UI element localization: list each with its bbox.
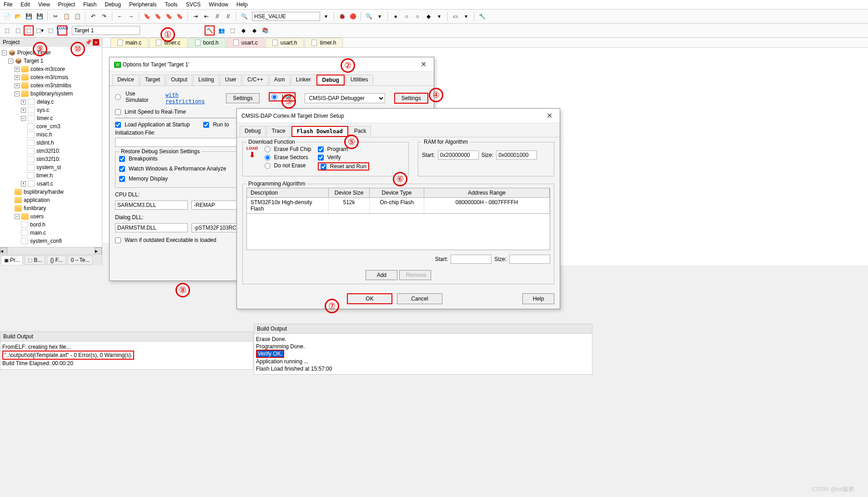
tree-item[interactable]: cotex-m3/cmsis bbox=[30, 74, 68, 80]
tab-asm[interactable]: Asm bbox=[269, 75, 290, 85]
menu-project[interactable]: Project bbox=[58, 1, 75, 8]
tree-item[interactable]: main.c bbox=[30, 230, 46, 236]
uncomment-icon[interactable]: // bbox=[223, 11, 233, 21]
load-app-check[interactable]: Load Application at Startup bbox=[115, 121, 190, 128]
dialog2-ok-button[interactable]: OK bbox=[347, 293, 392, 304]
stop-record-icon[interactable]: ○ bbox=[401, 11, 411, 21]
stop-build-icon[interactable]: ⬚ bbox=[45, 25, 55, 35]
tab2-flash-download[interactable]: Flash Download bbox=[291, 126, 348, 137]
btab-project[interactable]: ▣ Pr... bbox=[1, 256, 23, 265]
search-input[interactable] bbox=[252, 12, 320, 21]
debugger-select[interactable]: CMSIS-DAP Debugger bbox=[305, 93, 385, 103]
use-simulator-radio[interactable]: Use Simulator bbox=[115, 90, 156, 103]
undo-icon[interactable]: ↶ bbox=[88, 11, 98, 21]
project-tree[interactable]: −📦Project: Timer −📦Target 1 +cotex-m3/co… bbox=[0, 47, 102, 247]
comment-icon[interactable]: // bbox=[212, 11, 222, 21]
remove-button[interactable]: Remove bbox=[399, 270, 431, 280]
cpu-dll-input[interactable] bbox=[115, 201, 188, 210]
record-icon[interactable]: ● bbox=[391, 11, 401, 21]
add-button[interactable]: Add bbox=[366, 270, 397, 280]
save-icon[interactable]: 💾 bbox=[24, 11, 34, 21]
bookmark-icon[interactable]: 🔖 bbox=[142, 11, 152, 21]
indent-icon[interactable]: ⇥ bbox=[191, 11, 201, 21]
menu-edit[interactable]: Edit bbox=[20, 1, 30, 8]
search-dropdown-icon[interactable]: ▾ bbox=[321, 11, 331, 21]
options-icon[interactable]: 🔨 bbox=[205, 25, 215, 35]
reset-run-check[interactable]: Reset and Run bbox=[318, 162, 369, 171]
run-to-check[interactable]: Run to bbox=[203, 121, 229, 128]
tab2-trace[interactable]: Trace bbox=[266, 126, 290, 137]
step-over-icon[interactable]: ◆ bbox=[423, 11, 433, 21]
tree-scrollbar[interactable]: ◂▸ bbox=[0, 247, 102, 254]
manage-icon[interactable]: 👥 bbox=[216, 25, 226, 35]
ram-size-input[interactable] bbox=[496, 151, 537, 160]
tree-item[interactable]: stm32f10: bbox=[36, 148, 60, 154]
batch-build-icon[interactable]: ⬚▾ bbox=[35, 25, 45, 35]
tab-target[interactable]: Target bbox=[140, 75, 165, 85]
menu-debug[interactable]: Debug bbox=[105, 1, 121, 8]
settings-sim-button[interactable]: Settings bbox=[226, 93, 259, 103]
with-restrictions-link[interactable]: with restrictions bbox=[166, 92, 217, 105]
new-file-icon[interactable]: 📄 bbox=[2, 11, 12, 21]
window-dropdown-icon[interactable]: ▾ bbox=[461, 11, 471, 21]
tab-cpp[interactable]: C/C++ bbox=[242, 75, 268, 85]
dialog-dll-input[interactable] bbox=[115, 223, 188, 232]
cut-icon[interactable]: ✂ bbox=[50, 11, 60, 21]
tree-item[interactable]: cotex-m3/stmlibs bbox=[30, 82, 71, 89]
books-icon[interactable]: 📚 bbox=[260, 25, 270, 35]
menu-tools[interactable]: Tools bbox=[165, 1, 178, 8]
find-next-icon[interactable]: ▾ bbox=[375, 11, 385, 21]
find-icon[interactable]: 🔍 bbox=[364, 11, 374, 21]
tab-linker[interactable]: Linker bbox=[291, 75, 316, 85]
tab-debug[interactable]: Debug bbox=[316, 75, 344, 85]
tree-target[interactable]: Target 1 bbox=[24, 58, 43, 64]
tab-output[interactable]: Output bbox=[166, 75, 192, 85]
rebuild-icon[interactable]: ⬚ bbox=[24, 25, 34, 35]
tab-utilities[interactable]: Utilities bbox=[346, 75, 373, 85]
pack-icon[interactable]: ◆ bbox=[249, 25, 259, 35]
do-not-erase-radio[interactable]: Do not Erase bbox=[265, 162, 311, 169]
outdent-icon[interactable]: ⇤ bbox=[201, 11, 211, 21]
paste-icon[interactable]: 📋 bbox=[72, 11, 82, 21]
tree-item[interactable]: misc.h bbox=[36, 131, 52, 138]
tab-user[interactable]: User bbox=[220, 75, 241, 85]
find-in-files-icon[interactable]: 🔍 bbox=[239, 11, 249, 21]
tree-item[interactable]: cotex-m3/core bbox=[30, 66, 65, 72]
tab-main-c[interactable]: main.c bbox=[110, 38, 148, 47]
erase-full-radio[interactable]: Erase Full Chip bbox=[265, 146, 311, 152]
debug-icon[interactable]: 🐞 bbox=[337, 11, 347, 21]
settings-debugger-button[interactable]: Settings bbox=[394, 93, 428, 104]
tree-item[interactable]: bsplibrary/system bbox=[30, 90, 73, 97]
bookmark-prev-icon[interactable]: 🔖 bbox=[153, 11, 163, 21]
alg-start-input[interactable] bbox=[451, 255, 492, 264]
menu-svcs[interactable]: SVCS bbox=[186, 1, 201, 8]
nav-back-icon[interactable]: ← bbox=[115, 11, 125, 21]
step-out-icon[interactable]: ▾ bbox=[434, 11, 444, 21]
dialog2-close-icon[interactable]: ✕ bbox=[544, 111, 555, 120]
tree-item[interactable]: sys.c bbox=[37, 107, 49, 113]
config-icon[interactable]: 🔧 bbox=[477, 11, 487, 21]
tree-item[interactable]: system_st bbox=[36, 164, 61, 171]
btab-functions[interactable]: {} F... bbox=[47, 256, 65, 265]
tab-bord-h[interactable]: bord.h bbox=[188, 38, 226, 47]
open-icon[interactable]: 📂 bbox=[13, 11, 23, 21]
tab-device[interactable]: Device bbox=[112, 75, 139, 85]
tab-timer-h[interactable]: timer.h bbox=[305, 38, 343, 47]
tab-listing[interactable]: Listing bbox=[193, 75, 219, 85]
menu-flash[interactable]: Flash bbox=[83, 1, 96, 8]
tree-item[interactable]: funlibrary bbox=[24, 205, 46, 211]
tree-item[interactable]: system_confi bbox=[30, 238, 62, 244]
build-icon[interactable]: ⬚ bbox=[13, 25, 23, 35]
tree-item[interactable]: stm32f10: bbox=[36, 156, 60, 162]
save-all-icon[interactable]: 💾 bbox=[35, 11, 45, 21]
tree-item[interactable]: application bbox=[24, 197, 50, 203]
target-select[interactable] bbox=[72, 26, 140, 35]
bookmark-clear-icon[interactable]: 🔖 bbox=[175, 11, 185, 21]
btab-templates[interactable]: 0→Te... bbox=[68, 256, 93, 265]
tree-item[interactable]: bord.h bbox=[30, 221, 45, 228]
erase-sectors-radio[interactable]: Erase Sectors bbox=[265, 154, 311, 161]
verify-check[interactable]: Verify bbox=[318, 154, 369, 161]
panel-close-icon[interactable]: ✕ bbox=[93, 39, 99, 45]
window-icon[interactable]: ▭ bbox=[450, 11, 460, 21]
tab-usart-c[interactable]: usart.c bbox=[226, 38, 265, 47]
